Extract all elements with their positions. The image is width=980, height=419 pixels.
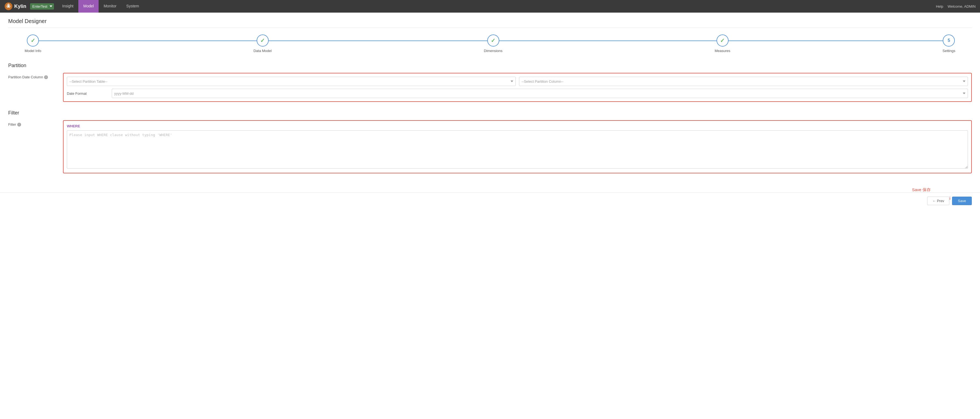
step-2-circle	[257, 35, 269, 46]
partition-table-select[interactable]: --Select Partition Table--	[67, 77, 516, 86]
save-button[interactable]: Save	[952, 197, 972, 205]
partition-controls: --Select Partition Table-- --Select Part…	[63, 73, 972, 102]
navbar: Kylin EnterTest Insight Model Monitor Sy…	[0, 0, 980, 13]
partition-section-title: Partition	[8, 63, 972, 68]
prev-button[interactable]: ← Prev	[927, 197, 949, 205]
partition-box-wrapper: --Select Partition Table-- --Select Part…	[63, 73, 972, 102]
partition-section: Partition Partition Date Column i --Sele…	[8, 63, 972, 102]
partition-box: --Select Partition Table-- --Select Part…	[63, 73, 972, 102]
project-select[interactable]: EnterTest	[30, 3, 54, 10]
step-1-circle	[27, 35, 39, 46]
page-title: Model Designer	[8, 18, 972, 28]
step-model-info: Model Info	[25, 35, 41, 53]
partition-date-column-row: Partition Date Column i --Select Partiti…	[8, 73, 972, 102]
step-dimensions: Dimensions	[484, 35, 503, 53]
filter-controls: WHERE 添加 where 过滤条件 ←	[63, 120, 972, 173]
step-5-label: Settings	[942, 49, 955, 53]
filter-textarea[interactable]	[67, 130, 968, 169]
nav-links: Insight Model Monitor System	[57, 0, 144, 13]
step-settings: 5 Settings	[942, 35, 955, 53]
welcome-label: Welcome, ADMIN	[948, 5, 975, 8]
step-2-label: Data Model	[253, 49, 271, 53]
nav-right: Help Welcome, ADMIN	[936, 5, 975, 8]
step-4-circle	[716, 35, 729, 46]
kylin-logo-icon	[5, 2, 13, 10]
nav-monitor[interactable]: Monitor	[99, 0, 121, 13]
nav-system[interactable]: System	[121, 0, 144, 13]
filter-info-icon: i	[17, 123, 21, 127]
filter-box: WHERE	[63, 120, 972, 173]
step-measures: Measures	[714, 35, 730, 53]
main-content: Model Designer Model Info Data Model Dim…	[0, 13, 980, 187]
partition-date-column-label: Partition Date Column i	[8, 73, 63, 79]
filter-section-title: Filter	[8, 110, 972, 116]
filter-row: Filter i WHERE 添加 where 过滤条件 ←	[8, 120, 972, 173]
step-data-model: Data Model	[253, 35, 271, 53]
date-format-label: Date Format	[67, 92, 108, 95]
partition-date-info-icon: i	[44, 75, 48, 79]
partition-select-row: --Select Partition Table-- --Select Part…	[67, 77, 968, 86]
stepper: Model Info Data Model Dimensions Measure…	[8, 35, 972, 53]
where-keyword-label: WHERE	[67, 124, 968, 128]
brand-label: Kylin	[14, 3, 26, 9]
filter-section: Filter Filter i WHERE 添加 where 过滤条件 ←	[8, 110, 972, 173]
step-3-circle	[487, 35, 499, 46]
nav-insight[interactable]: Insight	[57, 0, 78, 13]
nav-model[interactable]: Model	[78, 0, 99, 13]
filter-box-wrapper: WHERE 添加 where 过滤条件 ←	[63, 120, 972, 173]
footer-bar: Save 保存 ↓ ← Prev Save	[0, 192, 980, 209]
save-annotation: Save 保存	[912, 187, 931, 192]
brand: Kylin	[5, 2, 26, 10]
step-3-label: Dimensions	[484, 49, 503, 53]
step-5-circle: 5	[943, 35, 955, 46]
date-format-select[interactable]: yyyy-MM-dd	[112, 89, 968, 98]
step-4-label: Measures	[714, 49, 730, 53]
partition-column-select[interactable]: --Select Partition Column--	[519, 77, 968, 86]
filter-label: Filter i	[8, 120, 63, 127]
step-1-label: Model Info	[25, 49, 41, 53]
help-link[interactable]: Help	[936, 5, 943, 8]
